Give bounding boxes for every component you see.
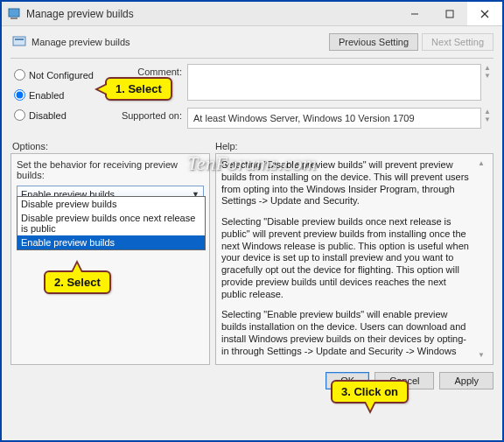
radio-label: Not Configured <box>29 70 94 81</box>
help-panel: Selecting "Disable preview builds" will … <box>215 153 494 365</box>
minimize-button[interactable] <box>397 2 432 25</box>
config-area: Not Configured Enabled Disabled Comment:… <box>10 64 494 136</box>
svg-rect-7 <box>15 39 24 40</box>
options-panel: Set the behavior for receiving preview b… <box>10 153 210 365</box>
supported-label: Supported on: <box>116 108 187 121</box>
svg-rect-3 <box>446 11 453 18</box>
panels: Set the behavior for receiving preview b… <box>10 153 494 365</box>
dialog-window: Manage preview builds Manage preview bui… <box>0 0 504 442</box>
help-scroll[interactable]: ▲▼ <box>475 159 487 359</box>
apply-button[interactable]: Apply <box>439 372 494 389</box>
help-text: Selecting "Disable preview builds" will … <box>221 159 475 359</box>
window-title: Manage preview builds <box>26 8 397 20</box>
previous-setting-button[interactable]: Previous Setting <box>329 33 418 51</box>
annotation-callout-3: 3. Click on <box>331 380 409 403</box>
help-label: Help: <box>215 141 238 151</box>
annotation-callout-1: 1. Select <box>105 77 172 101</box>
page-title: Manage preview builds <box>32 37 324 47</box>
radio-not-configured-input[interactable] <box>14 69 25 81</box>
next-setting-button: Next Setting <box>422 33 494 51</box>
dropdown-option-selected[interactable]: Enable preview builds <box>18 235 205 249</box>
titlebar: Manage preview builds <box>2 2 502 26</box>
maximize-button[interactable] <box>432 2 467 25</box>
radio-label: Enabled <box>29 90 64 101</box>
close-button[interactable] <box>467 2 502 25</box>
comment-label: Comment: <box>116 64 187 77</box>
fields-column: Comment: ▲▼ Supported on: At least Windo… <box>116 64 494 136</box>
state-radio-group: Not Configured Enabled Disabled <box>10 64 107 136</box>
supported-on-box: At least Windows Server, Windows 10 Vers… <box>187 108 481 129</box>
comment-input[interactable] <box>187 64 481 101</box>
svg-rect-6 <box>13 37 25 46</box>
section-labels: Options: Help: <box>12 141 494 151</box>
radio-disabled-input[interactable] <box>14 109 25 121</box>
policy-icon <box>12 35 26 49</box>
help-paragraph: Selecting "Disable preview builds" will … <box>221 159 472 207</box>
svg-rect-0 <box>9 9 19 17</box>
help-paragraph: Selecting "Disable preview builds once n… <box>221 216 472 300</box>
help-paragraph: Selecting "Enable preview builds" will e… <box>221 309 472 359</box>
dialog-buttons: OK Cancel Apply <box>10 365 494 389</box>
divider <box>10 58 494 59</box>
radio-enabled-input[interactable] <box>14 89 25 101</box>
options-label: Options: <box>12 141 215 151</box>
comment-scroll: ▲▼ <box>481 64 494 80</box>
app-icon <box>7 7 21 21</box>
supported-on-text: At least Windows Server, Windows 10 Vers… <box>193 113 415 123</box>
supported-scroll: ▲▼ <box>481 108 494 123</box>
radio-label: Disabled <box>29 110 66 121</box>
behavior-dropdown[interactable]: Disable preview builds Disable preview b… <box>17 196 206 250</box>
radio-enabled[interactable]: Enabled <box>14 89 103 101</box>
radio-disabled[interactable]: Disabled <box>14 109 103 121</box>
radio-not-configured[interactable]: Not Configured <box>14 69 103 81</box>
header-row: Manage preview builds Previous Setting N… <box>10 32 494 58</box>
dropdown-option[interactable]: Disable preview builds <box>18 197 205 211</box>
options-heading: Set the behavior for receiving preview b… <box>17 159 204 180</box>
annotation-callout-2: 2. Select <box>44 270 111 294</box>
dropdown-option[interactable]: Disable preview builds once next release… <box>18 211 205 235</box>
dialog-body: Manage preview builds Previous Setting N… <box>2 26 502 440</box>
window-buttons <box>397 2 502 25</box>
svg-rect-1 <box>10 18 18 19</box>
